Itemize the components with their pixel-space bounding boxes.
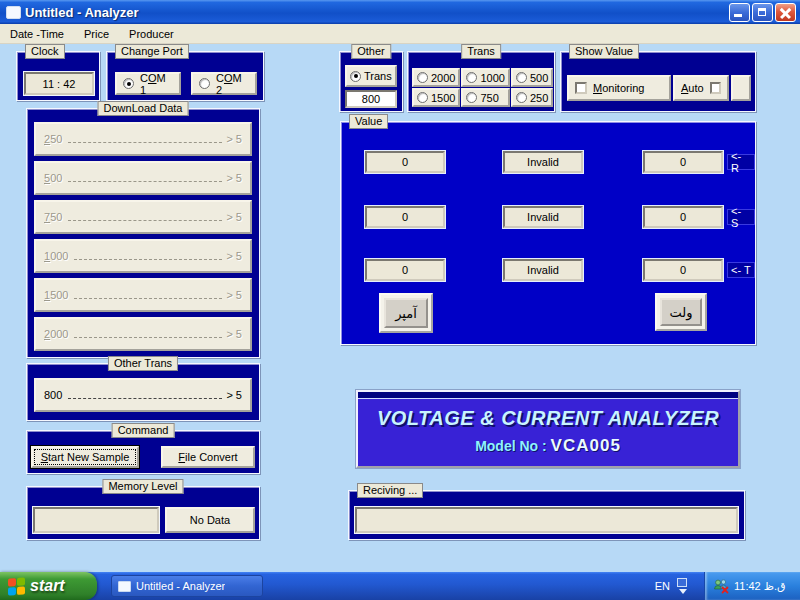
- other-trans-radio[interactable]: Trans: [345, 65, 397, 87]
- model-label: Model No :: [475, 438, 547, 454]
- value-field-s-status[interactable]: Invalid: [503, 206, 583, 228]
- trans-radio-500[interactable]: 500: [511, 68, 553, 87]
- radio-circle: [417, 72, 428, 83]
- change-port-frame-label: Change Port: [115, 44, 189, 59]
- menu-producer[interactable]: Producer: [119, 26, 184, 42]
- dash-line: [68, 174, 222, 182]
- com2-radio[interactable]: COM 2: [191, 72, 257, 95]
- language-indicator[interactable]: EN: [655, 580, 670, 592]
- trans-radio-1000[interactable]: 1000: [461, 68, 509, 87]
- minimize-button[interactable]: [729, 3, 750, 22]
- language-options-icon[interactable]: [676, 578, 690, 594]
- analyzer-banner: VOLTAGE & CURRENT ANALYZER Model No : VC…: [356, 390, 740, 468]
- blank-panel[interactable]: [731, 75, 751, 101]
- taskbar-task-analyzer[interactable]: Untitled - Analyzer: [111, 575, 263, 597]
- radio-circle: [466, 72, 477, 83]
- monitoring-checkbox[interactable]: Monitoring: [567, 75, 671, 101]
- app-window: Untitled - Analyzer Date -Time Price Pro…: [0, 0, 800, 600]
- download-data-frame-label: DownLoad Data: [98, 101, 189, 116]
- value-field-t-voltage[interactable]: 0: [643, 259, 723, 281]
- dash-line: [74, 330, 222, 338]
- file-convert-button[interactable]: File Convert: [161, 446, 255, 468]
- model-number: VCA005: [551, 436, 621, 455]
- auto-checkbox-box: [710, 82, 721, 94]
- dash-line: [68, 135, 222, 143]
- memory-level-frame: Memory Level No Data: [26, 486, 260, 540]
- volt-button[interactable]: ولت: [660, 298, 702, 326]
- command-frame-label: Command: [112, 423, 175, 438]
- memory-level-frame-label: Memory Level: [102, 479, 183, 494]
- menu-price[interactable]: Price: [74, 26, 119, 42]
- trans-radio-750[interactable]: 750: [461, 88, 509, 107]
- trans-radio-250[interactable]: 250: [511, 88, 553, 107]
- value-field-s-current[interactable]: 0: [365, 206, 445, 228]
- com2-radio-circle: [199, 78, 210, 89]
- command-frame: Command Start New Sample File Convert: [26, 430, 260, 474]
- start-new-sample-button[interactable]: Start New Sample: [31, 446, 139, 468]
- trans-radio-2000[interactable]: 2000: [412, 68, 460, 87]
- menu-date-time[interactable]: Date -Time: [0, 26, 74, 42]
- clock-frame: Clock 11 : 42: [16, 51, 100, 101]
- radio-circle: [516, 92, 527, 103]
- radio-circle: [417, 92, 428, 103]
- banner-top-strip: [358, 392, 738, 399]
- show-value-frame-label: Show Value: [569, 44, 639, 59]
- clock-frame-label: Clock: [25, 44, 65, 59]
- auto-label: Auto: [681, 82, 704, 94]
- com1-label: COM 1: [140, 72, 173, 96]
- value-field-r-status[interactable]: Invalid: [503, 151, 583, 173]
- restore-icon: [758, 8, 766, 16]
- restore-button[interactable]: [752, 3, 773, 22]
- dash-line: [74, 291, 222, 299]
- form-icon: [118, 581, 131, 592]
- other-trans-row-800[interactable]: 800> 5: [34, 378, 252, 412]
- start-label: start: [30, 577, 65, 595]
- other-trans-frame-label: Other Trans: [108, 356, 178, 371]
- no-data-button[interactable]: No Data: [165, 507, 255, 533]
- clock-field[interactable]: 11 : 42: [24, 72, 94, 95]
- radio-circle: [466, 92, 477, 103]
- com1-radio[interactable]: COM 1: [115, 72, 181, 95]
- close-button[interactable]: [775, 3, 796, 22]
- receiving-frame-label: Reciving ...: [357, 483, 423, 498]
- clock-value: 11 : 42: [43, 78, 76, 90]
- other-trans-radio-label: Trans: [364, 70, 392, 82]
- start-button[interactable]: start: [0, 572, 97, 600]
- dash-line: [68, 391, 222, 399]
- value-tag-s: <- S: [727, 209, 755, 225]
- value-frame-label: Value: [349, 114, 388, 129]
- value-field-t-current[interactable]: 0: [365, 259, 445, 281]
- download-row-750: 750> 5: [34, 200, 252, 234]
- value-field-s-voltage[interactable]: 0: [643, 206, 723, 228]
- download-row-1000: 1000> 5: [34, 239, 252, 273]
- trans-radio-1500[interactable]: 1500: [412, 88, 460, 107]
- dash-line: [74, 252, 222, 260]
- other-frame: Other Trans 800: [339, 51, 403, 112]
- download-row-1500: 1500> 5: [34, 278, 252, 312]
- trans-frame-label: Trans: [461, 44, 501, 59]
- amper-button[interactable]: آمپر: [384, 298, 428, 328]
- auto-checkbox[interactable]: Auto: [673, 75, 729, 101]
- value-tag-r: <- R: [727, 154, 755, 170]
- dash-line: [68, 213, 222, 221]
- clock-tray[interactable]: 11:42 ق.ظ: [734, 580, 786, 593]
- other-trans-frame: Other Trans 800> 5: [26, 363, 260, 421]
- window-title: Untitled - Analyzer: [25, 5, 729, 20]
- download-row-500: 500> 5: [34, 161, 252, 195]
- system-tray: 11:42 ق.ظ: [704, 572, 800, 600]
- other-value-field[interactable]: 800: [345, 90, 397, 108]
- value-field-r-voltage[interactable]: 0: [643, 151, 723, 173]
- menubar: Date -Time Price Producer: [0, 24, 800, 44]
- receiving-field[interactable]: [355, 507, 738, 533]
- show-value-frame: Show Value Monitoring Auto: [560, 51, 756, 112]
- value-frame: Value 0 Invalid 0 <- R 0 Invalid 0 <- S …: [340, 121, 756, 345]
- minimize-icon: [734, 14, 742, 17]
- value-field-t-status[interactable]: Invalid: [503, 259, 583, 281]
- receiving-frame: Reciving ...: [348, 490, 745, 540]
- messenger-offline-icon[interactable]: [713, 578, 729, 594]
- client-area: Clock 11 : 42 Change Port COM 1 COM 2 Do…: [0, 44, 800, 572]
- value-field-r-current[interactable]: 0: [365, 151, 445, 173]
- com2-label: COM 2: [216, 72, 249, 96]
- com1-radio-circle: [123, 78, 134, 89]
- memory-level-field[interactable]: [33, 507, 159, 533]
